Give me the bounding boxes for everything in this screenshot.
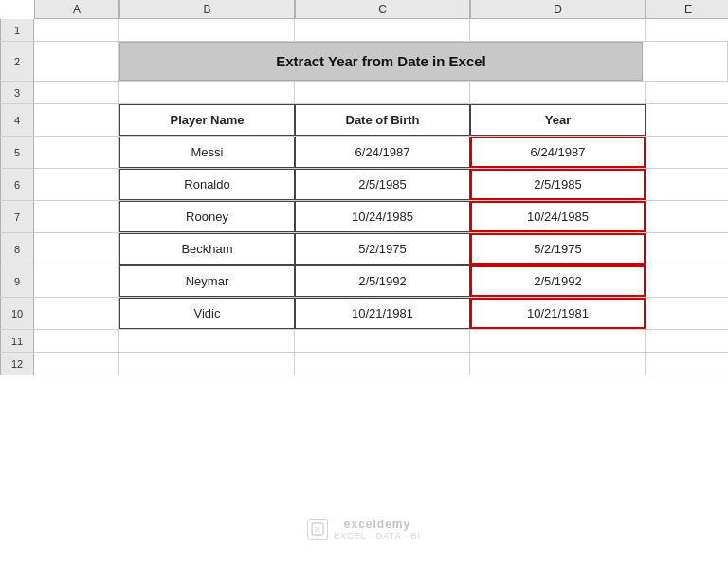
cell-5a <box>34 137 119 168</box>
svg-text:⊞: ⊞ <box>315 526 320 533</box>
cell-3e <box>646 82 728 103</box>
row-num-2: 2 <box>0 42 34 81</box>
cell-10e <box>646 298 728 329</box>
cell-6c-dob: 2/5/1985 <box>295 169 470 200</box>
row-num-10: 10 <box>0 298 34 329</box>
cell-6d-year: 2/5/1985 <box>470 169 646 200</box>
cell-11d <box>470 330 646 352</box>
row-num-8: 8 <box>0 233 34 265</box>
cell-2e <box>643 42 728 81</box>
cell-1a <box>34 19 119 41</box>
cell-7e <box>646 201 728 232</box>
cell-12a <box>34 353 119 375</box>
row-2: 2 Extract Year from Date in Excel <box>0 42 728 82</box>
cell-1e <box>646 19 728 41</box>
cell-10d-year: 10/21/1981 <box>470 298 646 329</box>
cell-8c-dob: 5/2/1975 <box>295 233 470 265</box>
header-player-name: Player Name <box>119 104 295 136</box>
watermark-brand: exceldemy <box>344 518 410 531</box>
col-header-c: C <box>295 0 470 18</box>
cell-7c-dob: 10/24/1985 <box>295 201 470 232</box>
cell-8a <box>34 233 119 265</box>
cell-10c-dob: 10/21/1981 <box>295 298 470 329</box>
row-num-11: 11 <box>0 330 34 352</box>
col-header-a: A <box>34 0 119 18</box>
cell-3d <box>470 82 646 103</box>
cell-5d-year: 6/24/1987 <box>470 137 646 168</box>
cell-7b-player: Rooney <box>119 201 295 232</box>
cell-8b-player: Beckham <box>119 233 295 265</box>
cell-7a <box>34 201 119 232</box>
row-3: 3 <box>0 82 728 104</box>
cell-9d-year: 2/5/1992 <box>470 265 646 297</box>
cell-11e <box>646 330 728 352</box>
cell-5e <box>646 137 728 168</box>
row-6: 6 Ronaldo 2/5/1985 2/5/1985 <box>0 169 728 201</box>
watermark-icon: ⊞ <box>307 519 328 540</box>
spreadsheet: A B C D E 1 2 Extract Year from Date in … <box>0 0 728 567</box>
row-1: 1 <box>0 19 728 42</box>
cell-12b <box>119 353 295 375</box>
cell-10b-player: Vidic <box>119 298 295 329</box>
row-num-4: 4 <box>0 104 34 136</box>
cell-8d-year: 5/2/1975 <box>470 233 646 265</box>
cell-9c-dob: 2/5/1992 <box>295 265 470 297</box>
header-dob: Date of Birth <box>295 104 470 136</box>
cell-6e <box>646 169 728 200</box>
watermark-subtitle: EXCEL · DATA · BI <box>334 531 421 540</box>
cell-5c-dob: 6/24/1987 <box>295 137 470 168</box>
row-num-6: 6 <box>0 169 34 200</box>
row-10: 10 Vidic 10/21/1981 10/21/1981 <box>0 298 728 330</box>
cell-7d-year: 10/24/1985 <box>470 201 646 232</box>
cell-12d <box>470 353 646 375</box>
row-8: 8 Beckham 5/2/1975 5/2/1975 <box>0 233 728 265</box>
cell-9e <box>646 265 728 297</box>
cell-9b-player: Neymar <box>119 265 295 297</box>
cell-4a <box>34 104 119 136</box>
cell-3c <box>295 82 470 103</box>
cell-11b <box>119 330 295 352</box>
cell-6b-player: Ronaldo <box>119 169 295 200</box>
row-7: 7 Rooney 10/24/1985 10/24/1985 <box>0 201 728 233</box>
row-4-header: 4 Player Name Date of Birth Year <box>0 104 728 137</box>
cell-3a <box>34 82 119 103</box>
cell-4e <box>646 104 728 136</box>
row-num-1: 1 <box>0 19 34 41</box>
cell-1d <box>470 19 646 41</box>
watermark: ⊞ exceldemy EXCEL · DATA · BI <box>307 518 421 540</box>
col-header-e: E <box>646 0 728 18</box>
row-12: 12 <box>0 353 728 375</box>
col-header-d: D <box>470 0 646 18</box>
cell-11a <box>34 330 119 352</box>
cell-1b <box>119 19 295 41</box>
cell-8e <box>646 233 728 265</box>
row-5: 5 Messi 6/24/1987 6/24/1987 <box>0 137 728 169</box>
cell-1c <box>295 19 470 41</box>
column-headers: A B C D E <box>34 0 728 19</box>
cell-5b-player: Messi <box>119 137 295 168</box>
cell-2a <box>34 42 119 81</box>
row-num-9: 9 <box>0 265 34 297</box>
col-header-b: B <box>119 0 295 18</box>
cell-10a <box>34 298 119 329</box>
cell-6a <box>34 169 119 200</box>
row-11: 11 <box>0 330 728 353</box>
row-num-7: 7 <box>0 201 34 232</box>
cell-11c <box>295 330 470 352</box>
row-num-5: 5 <box>0 137 34 168</box>
title-cell: Extract Year from Date in Excel <box>119 42 643 81</box>
row-num-12: 12 <box>0 353 34 375</box>
cell-12e <box>646 353 728 375</box>
header-year: Year <box>470 104 646 136</box>
watermark-text-block: exceldemy EXCEL · DATA · BI <box>334 518 421 540</box>
row-9: 9 Neymar 2/5/1992 2/5/1992 <box>0 265 728 298</box>
cell-3b <box>119 82 295 103</box>
cell-9a <box>34 265 119 297</box>
row-num-3: 3 <box>0 82 34 103</box>
cell-12c <box>295 353 470 375</box>
